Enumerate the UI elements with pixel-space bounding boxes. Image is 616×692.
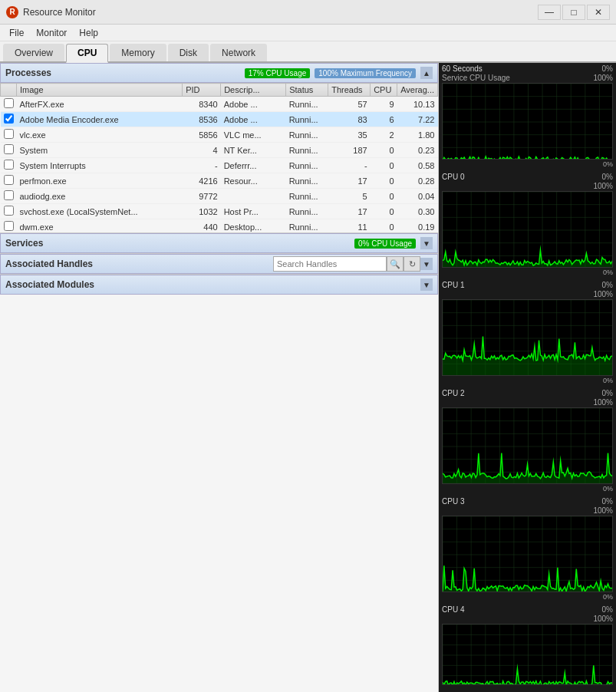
row-avg: 1.80 — [397, 127, 438, 143]
table-row[interactable]: svchost.exe (LocalSystemNet...1032Host P… — [1, 204, 438, 219]
row-checkbox[interactable] — [4, 160, 14, 170]
row-threads: 17 — [328, 204, 371, 219]
cpu1-header: CPU 1 0% — [442, 281, 613, 289]
row-checkbox-cell[interactable] — [1, 204, 17, 219]
row-threads: 11 — [328, 219, 371, 233]
row-checkbox-cell[interactable] — [1, 112, 17, 127]
row-pid: 4 — [183, 143, 221, 158]
row-status: Runni... — [286, 158, 328, 173]
maximize-button[interactable]: □ — [562, 5, 585, 20]
row-checkbox[interactable] — [4, 144, 14, 154]
row-checkbox-cell[interactable] — [1, 143, 17, 158]
table-row[interactable]: Adobe Media Encoder.exe8536Adobe ...Runn… — [1, 112, 438, 127]
modules-collapse-btn[interactable]: ▼ — [420, 278, 433, 291]
row-pid: 1032 — [183, 204, 221, 219]
row-checkbox-cell[interactable] — [1, 158, 17, 173]
cpu0-canvas — [443, 192, 613, 268]
row-image: dwm.exe — [17, 219, 183, 233]
menu-monitor[interactable]: Monitor — [30, 26, 73, 40]
row-image: Adobe Media Encoder.exe — [17, 112, 183, 127]
col-header-checkbox[interactable] — [1, 84, 17, 97]
row-desc — [221, 189, 286, 204]
service-cpu-canvas — [443, 84, 613, 160]
row-avg: 0.58 — [397, 158, 438, 173]
row-checkbox-cell[interactable] — [1, 97, 17, 112]
table-row[interactable]: System Interrupts-Deferrr...Runni...-00.… — [1, 158, 438, 173]
col-header-pid[interactable]: PID — [183, 84, 221, 97]
row-checkbox[interactable] — [4, 175, 14, 185]
col-header-status[interactable]: Status — [286, 84, 328, 97]
table-row[interactable]: perfmon.exe4216Resour...Runni...1700.28 — [1, 173, 438, 189]
col-header-desc[interactable]: Descrip... — [221, 84, 286, 97]
table-row[interactable]: AfterFX.exe8340Adobe ...Runni...57910.13 — [1, 97, 438, 112]
row-avg: 7.22 — [397, 112, 438, 127]
search-handles-button[interactable]: 🔍 — [387, 256, 404, 272]
row-desc: Deferrr... — [221, 158, 286, 173]
col-header-cpu[interactable]: CPU — [371, 84, 397, 97]
row-checkbox[interactable] — [4, 206, 14, 216]
col-header-image[interactable]: Image — [17, 84, 183, 97]
minimize-button[interactable]: — — [538, 5, 561, 20]
row-checkbox-cell[interactable] — [1, 127, 17, 143]
services-section-header[interactable]: Services 0% CPU Usage ▼ — [0, 233, 438, 253]
handles-section-header[interactable]: Associated Handles 🔍 ↻ ▼ — [0, 254, 438, 274]
cpu4-header: CPU 4 0% — [442, 605, 613, 614]
cpu0-bottom: 0% — [442, 269, 613, 276]
table-row[interactable]: System4NT Ker...Runni...18700.23 — [1, 143, 438, 158]
col-header-avg[interactable]: Averag... — [397, 84, 438, 97]
row-checkbox[interactable] — [4, 129, 14, 139]
processes-collapse-btn[interactable]: ▲ — [420, 67, 433, 79]
modules-section-header[interactable]: Associated Modules ▼ — [0, 275, 438, 295]
row-checkbox-cell[interactable] — [1, 173, 17, 189]
right-panel-scroll[interactable]: 60 Seconds 0% Service CPU Usage 100% 0% — [439, 63, 616, 692]
services-collapse-btn[interactable]: ▼ — [420, 237, 433, 249]
close-button[interactable]: ✕ — [587, 5, 610, 20]
service-cpu-100pct: 100% — [593, 74, 613, 82]
cpu2-graph-section: CPU 2 0% 100% 0% — [439, 387, 616, 493]
cpu3-graph — [442, 516, 613, 592]
table-row[interactable]: dwm.exe440Desktop...Runni...1100.19 — [1, 219, 438, 233]
tab-overview[interactable]: Overview — [3, 44, 64, 61]
processes-section-header[interactable]: Processes 17% CPU Usage 100% Maximum Fre… — [0, 63, 438, 83]
tab-network[interactable]: Network — [210, 44, 267, 61]
cpu0-100pct: 100% — [593, 182, 613, 190]
table-row[interactable]: audiodg.exe9772Runni...500.04 — [1, 189, 438, 204]
tab-disk[interactable]: Disk — [168, 44, 209, 61]
search-handles-input[interactable] — [273, 256, 387, 272]
process-table-scroll[interactable]: Image PID Descrip... Status Threads CPU … — [0, 83, 438, 232]
service-cpu-graph — [442, 83, 613, 160]
service-cpu-0pct: 0% — [602, 64, 613, 73]
cpu2-canvas — [443, 408, 613, 484]
cpu2-100-row: 100% — [442, 398, 613, 407]
tab-cpu[interactable]: CPU — [66, 44, 108, 63]
services-cpu-badge: 0% CPU Usage — [354, 239, 416, 249]
refresh-handles-button[interactable]: ↻ — [404, 256, 420, 272]
row-checkbox[interactable] — [4, 190, 14, 200]
row-checkbox-cell[interactable] — [1, 219, 17, 233]
row-checkbox-cell[interactable] — [1, 189, 17, 204]
cpu0-label: CPU 0 — [442, 173, 464, 181]
tab-memory[interactable]: Memory — [110, 44, 166, 61]
row-checkbox[interactable] — [4, 98, 14, 108]
row-checkbox[interactable] — [4, 114, 14, 124]
row-threads: 83 — [328, 112, 371, 127]
row-image: svchost.exe (LocalSystemNet... — [17, 204, 183, 219]
service-cpu-header: 60 Seconds 0% — [442, 64, 613, 73]
menu-help[interactable]: Help — [73, 26, 104, 40]
menu-file[interactable]: File — [3, 26, 30, 40]
row-avg: 0.04 — [397, 189, 438, 204]
row-checkbox[interactable] — [4, 221, 14, 231]
cpu0-100-row: 100% — [442, 182, 613, 190]
row-cpu: 0 — [371, 143, 397, 158]
cpu0-graph-section: CPU 0 0% 100% 0% — [439, 171, 616, 276]
cpu-usage-badge: 17% CPU Usage — [245, 68, 311, 78]
cpu1-graph — [442, 299, 613, 376]
services-section: Services 0% CPU Usage ▼ — [0, 232, 438, 253]
table-row[interactable]: vlc.exe5856VLC me...Runni...3521.80 — [1, 127, 438, 143]
handles-collapse-btn[interactable]: ▼ — [420, 258, 433, 270]
col-header-threads[interactable]: Threads — [328, 84, 371, 97]
row-cpu: 0 — [371, 189, 397, 204]
window-title: Resource Monitor — [23, 7, 538, 18]
row-pid: - — [183, 158, 221, 173]
row-cpu: 0 — [371, 219, 397, 233]
